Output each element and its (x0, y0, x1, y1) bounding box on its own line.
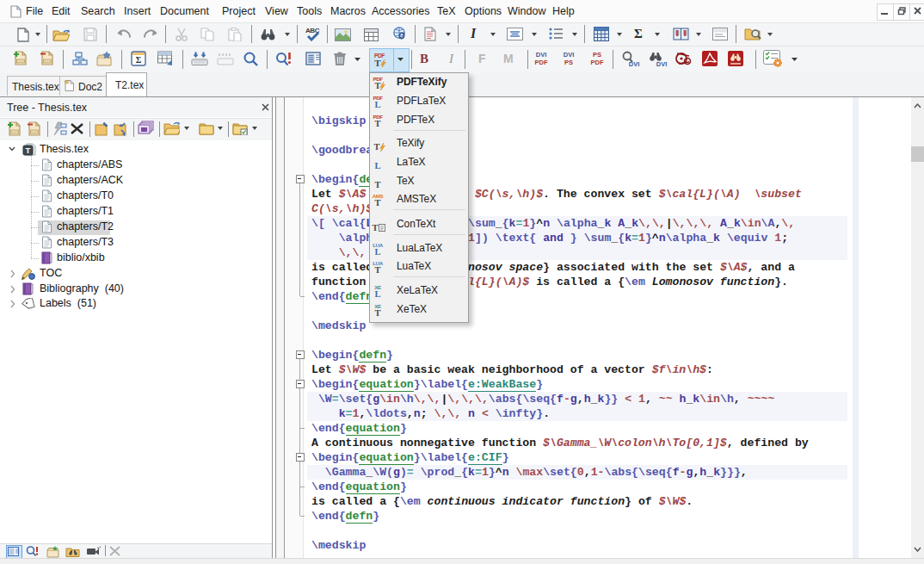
svg-text:L: L (374, 247, 380, 257)
svg-text:T: T (373, 142, 379, 152)
svg-text:Σ: Σ (136, 55, 142, 65)
svg-text:L: L (374, 100, 380, 109)
svg-text:T: T (374, 81, 380, 90)
svg-text:L: L (374, 161, 380, 170)
svg-text:T: T (374, 308, 380, 318)
svg-text:T: T (26, 146, 31, 155)
svg-text:T: T (374, 58, 381, 67)
svg-text:T: T (374, 265, 380, 275)
svg-text:T: T (374, 180, 380, 189)
svg-text:T: T (372, 223, 378, 232)
svg-text:L: L (374, 289, 380, 299)
svg-text:T: T (374, 198, 380, 208)
svg-text:DVI: DVI (656, 60, 668, 67)
svg-text:T: T (374, 119, 380, 128)
svg-text:DVI: DVI (629, 60, 640, 67)
